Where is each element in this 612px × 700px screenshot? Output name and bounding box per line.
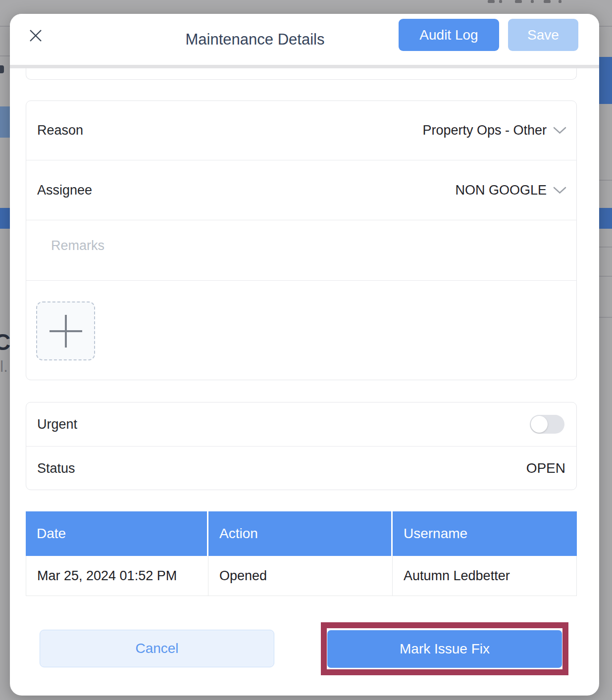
status-label: Status [37, 461, 75, 476]
maintenance-details-modal: Maintenance Details Audit Log Save Reaso… [10, 14, 599, 696]
save-button[interactable]: Save [508, 19, 578, 51]
underlay-row-divider [599, 180, 612, 181]
underlay-selected-row [0, 208, 10, 229]
underlay-text-fragment: l. [0, 357, 8, 376]
underlay-text-fragment [515, 0, 522, 3]
urgent-row: Urgent [26, 402, 576, 446]
cancel-button[interactable]: Cancel [40, 630, 274, 667]
remarks-input[interactable] [26, 220, 576, 280]
underlay-text-fragment [0, 65, 4, 73]
table-header: Date Action Username [26, 511, 577, 556]
cell-date: Mar 25, 2024 01:52 PM [26, 556, 208, 596]
underlay-text-fragment [499, 0, 502, 3]
header-divider [10, 65, 599, 68]
reason-value: Property Ops - Other [422, 123, 547, 138]
underlay-row-divider [599, 317, 612, 318]
toggle-knob [531, 416, 548, 433]
underlay-selected-row [0, 106, 10, 138]
underlay-selected-row [599, 208, 612, 229]
assignee-value: NON GOOGLE [455, 183, 547, 198]
table-row: Mar 25, 2024 01:52 PM Opened Autumn Ledb… [26, 556, 577, 596]
history-table: Date Action Username Mar 25, 2024 01:52 … [26, 511, 577, 596]
reason-dropdown[interactable]: Property Ops - Other [422, 123, 566, 138]
underlay-row-divider [599, 276, 612, 277]
assignee-row: Assignee NON GOOGLE [26, 160, 576, 220]
photo-row [26, 280, 576, 380]
underlay-row-divider [0, 55, 10, 56]
column-header-date: Date [26, 511, 208, 556]
chevron-down-icon [553, 126, 566, 135]
mark-issue-fix-button[interactable]: Mark Issue Fix [327, 630, 562, 668]
urgent-label: Urgent [37, 417, 77, 432]
column-header-username: Username [393, 511, 577, 556]
underlay-text-fragment: C [0, 329, 10, 355]
scrolled-field-remnant [26, 68, 577, 80]
annotation-highlight: Mark Issue Fix [321, 622, 568, 675]
remarks-row [26, 220, 576, 280]
modal-header: Maintenance Details Audit Log Save [10, 14, 599, 65]
plus-icon [49, 314, 83, 348]
assignee-dropdown[interactable]: NON GOOGLE [455, 183, 566, 198]
column-header-action: Action [208, 511, 393, 556]
cell-action: Opened [208, 556, 393, 596]
flags-card: Urgent Status OPEN [26, 402, 577, 490]
underlay-text-fragment [531, 0, 534, 3]
status-row: Status OPEN [26, 446, 576, 490]
status-value: OPEN [526, 460, 566, 476]
assignee-label: Assignee [37, 183, 92, 198]
underlay-row-divider [599, 247, 612, 248]
page-background: C l. Maintenance Details Audit Log Save … [0, 0, 612, 700]
add-photo-button[interactable] [36, 301, 95, 360]
underlay-text-fragment [559, 0, 561, 3]
details-form-card: Reason Property Ops - Other Assignee NON… [26, 100, 577, 380]
audit-log-button[interactable]: Audit Log [399, 19, 499, 51]
underlay-selected-row [599, 57, 612, 104]
urgent-toggle[interactable] [530, 415, 564, 434]
chevron-down-icon [553, 186, 566, 195]
underlay-text-fragment [488, 0, 495, 3]
cell-username: Autumn Ledbetter [393, 556, 576, 596]
underlay-text-fragment [544, 0, 551, 3]
reason-row: Reason Property Ops - Other [26, 101, 576, 160]
reason-label: Reason [37, 123, 83, 138]
